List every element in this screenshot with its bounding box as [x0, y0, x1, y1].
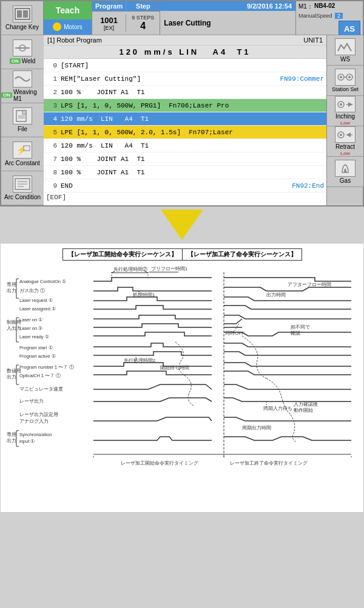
- weld-button[interactable]: ON Weld: [1, 35, 44, 69]
- weaving-button[interactable]: ON Weaving M1: [1, 69, 44, 103]
- svg-text:input ①: input ①: [19, 439, 35, 444]
- svg-text:出力時間: 出力時間: [266, 292, 286, 298]
- weld-label: Weld: [22, 58, 36, 64]
- unit-label: UNIT1: [303, 36, 323, 44]
- arc-constant-button[interactable]: ⚡ Arc Constant: [1, 137, 44, 171]
- weaving-on-badge: ON: [1, 92, 12, 98]
- svg-text:Laser ready ①: Laser ready ①: [19, 334, 49, 340]
- program-header: [1] Robot Program: [47, 36, 102, 44]
- svg-point-17: [340, 76, 342, 78]
- station-set-label: Station Set: [332, 86, 359, 92]
- svg-text:入力確認後: 入力確認後: [294, 401, 318, 407]
- motors-indicator: [53, 22, 61, 31]
- right-sidebar: WS Station Set: [326, 35, 363, 205]
- prog-step-values: 1001 [EX] 9 STEPS 4: [92, 12, 160, 35]
- svg-text:Program active ①: Program active ①: [19, 354, 56, 359]
- diagram-title-right: 【レーザ加工終了命令実行シーケンス】: [183, 248, 302, 261]
- svg-text:アフターフロー時間: アフターフロー時間: [288, 282, 331, 287]
- svg-text:Laser on ①: Laser on ①: [19, 326, 42, 331]
- top-panel: Change Key Teach Motors Program Step 100…: [0, 0, 364, 207]
- description: Laser Cutting: [160, 11, 295, 35]
- weaving-icon: [13, 70, 32, 87]
- svg-text:Laser request ①: Laser request ①: [19, 298, 53, 303]
- main-content: ON Weld ON Weaving M1: [1, 35, 363, 205]
- weaving-label: Weaving M1: [13, 89, 44, 102]
- change-key-label: Change Key: [5, 24, 39, 30]
- retract-low-badge: Low: [340, 151, 350, 156]
- svg-point-21: [340, 103, 342, 106]
- timing-diagram: 専用 出力 Analogue ControlOn ① ガス出力 ① Laser …: [5, 263, 359, 507]
- nb4-label: NB4-02: [314, 2, 335, 11]
- svg-text:レーザ出力設定用: レーザ出力設定用: [19, 412, 58, 417]
- svg-text:同時OFF: 同時OFF: [225, 330, 244, 336]
- file-icon: [13, 108, 32, 125]
- step-value: 9 STEPS 4: [126, 15, 160, 32]
- code-line-5: 5 LPE [1, 1, 0, 500W, 2.0, 1.5s] Fn707;L…: [44, 126, 326, 139]
- ws-button[interactable]: WS: [327, 35, 363, 66]
- svg-text:Laser assigned ①: Laser assigned ①: [19, 306, 56, 312]
- retract-button[interactable]: Retract Low: [327, 126, 363, 157]
- change-key-button[interactable]: Change Key: [1, 1, 44, 35]
- arrow-section: [0, 207, 364, 243]
- teach-motors-block: Teach Motors: [44, 1, 92, 35]
- datetime: 9/2/2016 12:54: [160, 1, 295, 11]
- svg-text:開始待ち時間: 開始待ち時間: [160, 365, 189, 371]
- svg-text:出力: 出力: [7, 288, 16, 293]
- svg-marker-22: [348, 102, 352, 107]
- weld-icon: [13, 39, 32, 56]
- code-line-7: 7 100 % JOINT A1 T1: [44, 152, 326, 166]
- svg-text:頻不同で: 頻不同で: [291, 324, 311, 330]
- svg-text:Laser on ①: Laser on ①: [19, 317, 42, 323]
- station-set-button[interactable]: Station Set: [327, 66, 363, 96]
- arc-condition-icon: [13, 176, 32, 193]
- teach-button[interactable]: Teach: [44, 1, 92, 19]
- arc-condition-label: Arc Condition: [4, 194, 41, 200]
- code-area: [1] Robot Program UNIT1 120 mm/s LIN A4 …: [44, 35, 326, 205]
- code-line-0: 0 [START]: [44, 59, 326, 72]
- left-sidebar: ON Weld ON Weaving M1: [1, 35, 44, 205]
- code-speed-line: 120 mm/s LIN A4 T1: [44, 46, 326, 59]
- inching-button[interactable]: Inching Low: [327, 96, 363, 126]
- code-line-9: 9 END FN92:End: [44, 179, 326, 193]
- arc-condition-button[interactable]: Arc Condition: [1, 171, 44, 205]
- program-step-block: Program Step 1001 [EX] 9 STEPS 4: [92, 1, 160, 35]
- gas-icon: [335, 160, 356, 177]
- program-label: Program: [92, 1, 126, 11]
- file-label: File: [18, 126, 27, 132]
- svg-text:出力: 出力: [7, 374, 16, 380]
- inching-label: Inching: [335, 113, 355, 120]
- code-line-8: 8 100 % JOINT A1 T1: [44, 166, 326, 179]
- svg-text:動作開始: 動作開始: [294, 408, 313, 413]
- svg-text:同期入力待ち: 同期入力待ち: [263, 406, 292, 411]
- station-set-icon: [335, 69, 356, 86]
- weld-on-badge: ON: [10, 58, 21, 64]
- down-arrow-icon: [161, 210, 203, 240]
- code-line-6: 6 120 mm/s LIN A4 T1: [44, 139, 326, 152]
- as-button[interactable]: AS: [339, 21, 360, 36]
- program-value: 1001 [EX]: [92, 16, 126, 31]
- inching-low-badge: Low: [340, 120, 350, 126]
- right-header-block: M1： NB4-02 ManualSpeed 2 AS: [296, 1, 363, 35]
- file-button[interactable]: File: [1, 103, 44, 137]
- m1-label: M1：: [298, 2, 313, 11]
- change-key-icon: [13, 5, 32, 22]
- svg-text:確認: 確認: [290, 330, 300, 336]
- gas-button[interactable]: Gas: [327, 157, 363, 187]
- svg-text:アナログ入力: アナログ入力: [19, 418, 49, 424]
- svg-text:Analogue ControlOn ①: Analogue ControlOn ①: [19, 279, 66, 284]
- svg-text:Synchronization: Synchronization: [19, 432, 52, 437]
- inching-icon: [335, 96, 356, 112]
- svg-text:ガス出力 ①: ガス出力 ①: [19, 288, 45, 293]
- retract-label: Retract: [335, 143, 355, 150]
- code-line-1: 1 REM["Laser Cutting"] FN99:Commer: [44, 72, 326, 86]
- motors-button[interactable]: Motors: [44, 19, 92, 35]
- svg-text:プリフロー時間1: プリフロー時間1: [151, 266, 187, 272]
- svg-text:レーザ加工終了命令実行タイミング: レーザ加工終了命令実行タイミング: [230, 460, 308, 466]
- svg-text:OpticalCH１〜７ ①: OpticalCH１〜７ ①: [19, 373, 61, 378]
- svg-marker-26: [346, 132, 351, 137]
- code-line-2: 2 100 % JOINT A1 T1: [44, 86, 326, 99]
- code-line-4: 4 120 mm/s LIN A4 T1: [44, 112, 326, 126]
- svg-rect-1: [17, 10, 22, 18]
- svg-point-25: [340, 134, 342, 136]
- ws-icon: [335, 38, 356, 55]
